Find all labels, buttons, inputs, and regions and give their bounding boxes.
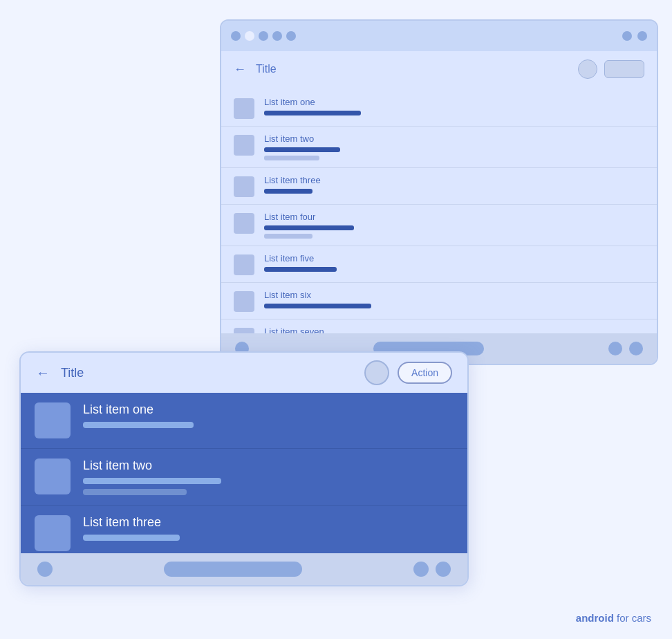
- front-bar-2b: [83, 489, 187, 495]
- dot-5: [286, 31, 296, 41]
- front-window-title: Title: [61, 366, 356, 380]
- front-bar-2a: [83, 478, 221, 484]
- list-item[interactable]: List item four: [221, 205, 657, 246]
- front-nav-dot-r2: [436, 562, 451, 577]
- app-bar-back: ← Title: [221, 51, 657, 87]
- bar-1: [264, 111, 361, 115]
- dot-right-2: [637, 31, 647, 41]
- bar-2b: [264, 156, 319, 160]
- action-btn-back[interactable]: [604, 60, 644, 78]
- bar-4a: [264, 225, 354, 230]
- text-col-6: List item six: [264, 290, 371, 308]
- text-col-3: List item three: [264, 175, 321, 194]
- nav-dot-r2: [629, 342, 643, 355]
- dot-right-1: [622, 31, 632, 41]
- bottom-nav-front: [21, 553, 467, 585]
- thumb-3: [234, 176, 254, 197]
- item-label-5: List item five: [264, 253, 337, 263]
- front-nav-dot-r1: [413, 562, 429, 577]
- front-list-item-1[interactable]: List item one: [21, 393, 467, 449]
- front-bar-3: [83, 535, 180, 541]
- dot-3: [259, 31, 268, 41]
- app-bar-front: ← Title Action: [21, 353, 467, 393]
- item-label-3: List item three: [264, 175, 321, 185]
- front-item-label-2: List item two: [83, 459, 221, 473]
- title-bar-back: [221, 21, 657, 51]
- thumb-1: [234, 98, 254, 119]
- front-item-label-1: List item one: [83, 402, 194, 417]
- bar-5: [264, 267, 337, 272]
- brand-prefix: android: [576, 612, 614, 624]
- front-list-item-2[interactable]: List item two: [21, 449, 467, 506]
- front-window: ← Title Action ▲ ▼ List item one List it…: [19, 351, 469, 586]
- brand-text: android for cars: [576, 612, 651, 624]
- front-bar-1: [83, 422, 194, 428]
- list-item[interactable]: List item three: [221, 168, 657, 205]
- thumb-4: [234, 213, 254, 234]
- back-window-title: Title: [256, 63, 571, 75]
- bar-3: [264, 189, 312, 194]
- back-arrow-front[interactable]: ←: [36, 365, 50, 381]
- list-item[interactable]: List item six: [221, 283, 657, 320]
- back-list: List item one List item two List item th…: [221, 87, 657, 359]
- thumb-6: [234, 291, 254, 312]
- front-nav-pill: [164, 562, 302, 577]
- thumb-2: [234, 135, 254, 156]
- back-arrow-back[interactable]: ←: [234, 62, 246, 77]
- front-text-2: List item two: [83, 459, 221, 495]
- bar-4b: [264, 234, 312, 239]
- item-label-4: List item four: [264, 212, 354, 222]
- nav-dot-r1: [608, 342, 622, 355]
- front-nav-dot: [37, 562, 53, 577]
- dot-2: [245, 31, 254, 41]
- item-label-2: List item two: [264, 133, 340, 144]
- nav-right: [608, 342, 643, 355]
- list-item[interactable]: List item five: [221, 246, 657, 283]
- list-item[interactable]: List item two: [221, 127, 657, 168]
- front-thumb-2: [35, 459, 71, 494]
- bar-6: [264, 304, 371, 308]
- thumb-5: [234, 254, 254, 275]
- front-thumb-3: [35, 515, 71, 551]
- front-thumb-1: [35, 402, 71, 438]
- front-list: ▲ ▼ List item one List item two List ite…: [21, 393, 467, 562]
- window-controls: [231, 31, 296, 41]
- text-col-1: List item one: [264, 97, 361, 115]
- item-label-6: List item six: [264, 290, 371, 300]
- dot-4: [272, 31, 282, 41]
- front-nav-right: [413, 562, 451, 577]
- text-col-4: List item four: [264, 212, 354, 239]
- dot-1: [231, 31, 241, 41]
- front-text-3: List item three: [83, 515, 180, 541]
- front-text-1: List item one: [83, 402, 194, 428]
- action-button[interactable]: Action: [398, 362, 452, 384]
- bar-2a: [264, 147, 340, 152]
- front-item-label-3: List item three: [83, 515, 180, 530]
- list-item[interactable]: List item one: [221, 90, 657, 127]
- icon-btn-back[interactable]: [578, 59, 597, 79]
- text-col-2: List item two: [264, 133, 340, 160]
- item-label-1: List item one: [264, 97, 361, 107]
- text-col-5: List item five: [264, 253, 337, 272]
- brand-suffix: for cars: [614, 612, 651, 624]
- icon-btn-front[interactable]: [364, 360, 389, 385]
- back-window: ← Title List item one List item two List…: [220, 19, 658, 365]
